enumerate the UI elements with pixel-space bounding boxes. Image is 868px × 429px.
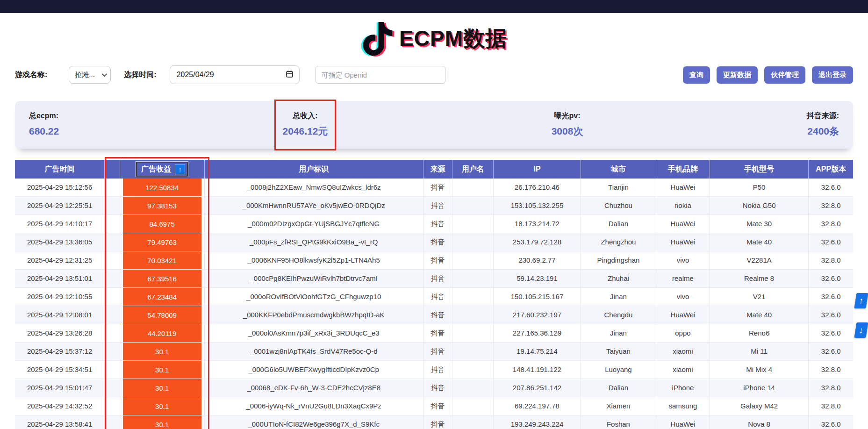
cell-ad-time: 2025-04-29 15:34:51 [15, 361, 105, 379]
header-user-openid: 用户标识 [204, 160, 423, 179]
date-value: 2025/04/29 [177, 71, 214, 79]
ecpm-data-table: 广告时间 广告收益 ↑ 用户标识 来源 用户名 IP 城市 手机品牌 手机型号 … [15, 160, 853, 429]
stat-douyin-source: 抖音来源: 2400条 [807, 111, 839, 137]
cell-app-version: 32.6.0 [809, 306, 853, 324]
table-row: 2025-04-29 15:01:4730.1_00068_eDK-Fv-6h_… [15, 379, 853, 397]
partner-manage-button[interactable]: 伙伴管理 [764, 66, 805, 84]
cell-spacer [105, 361, 120, 379]
logout-button[interactable]: 退出登录 [812, 66, 853, 84]
cell-app-version: 32.6.0 [809, 288, 853, 306]
cell-city: Zhuhai [581, 270, 656, 288]
cell-ip: 19.14.75.214 [494, 343, 581, 361]
cell-ad-time: 2025-04-29 12:10:55 [15, 288, 105, 306]
cell-ip: 69.224.197.78 [494, 397, 581, 415]
cell-phone-brand: HuaWei [656, 415, 710, 429]
cell-source: 抖音 [423, 215, 452, 233]
cell-ip: 227.165.36.129 [494, 324, 581, 343]
header-username: 用户名 [452, 160, 494, 179]
stat-exposure-pv: 曝光pv: 3008次 [552, 111, 583, 137]
cell-source: 抖音 [423, 270, 452, 288]
cell-source: 抖音 [423, 233, 452, 251]
cell-phone-model: V21 [710, 288, 809, 306]
cell-ip: 148.41.191.122 [494, 361, 581, 379]
cell-ad-time: 2025-04-29 14:32:52 [15, 397, 105, 415]
cell-user-openid: _0006KNF95HO8lkwsfyK2l5Zp1-LTN4Ah5 [204, 251, 423, 270]
cell-ip: 26.176.210.46 [494, 179, 581, 197]
cell-city: Jinan [581, 288, 656, 306]
table-row: 2025-04-29 15:34:5130.1_000G6lo5UWBEFXwy… [15, 361, 853, 379]
revenue-header-label: 广告收益 [141, 164, 171, 174]
revenue-value: 84.6975 [123, 215, 201, 233]
cell-ad-revenue: 30.1 [120, 379, 204, 397]
cell-source: 抖音 [423, 361, 452, 379]
game-select[interactable]: 抢滩... [69, 66, 111, 84]
cell-username [452, 270, 494, 288]
table-row: 2025-04-29 15:12:56122.50834_0008j2hZ2XE… [15, 179, 853, 197]
date-input[interactable]: 2025/04/29 [170, 65, 300, 84]
query-button[interactable]: 查询 [683, 66, 710, 84]
cell-username [452, 233, 494, 251]
cell-phone-brand: vivo [656, 251, 710, 270]
stat-label: 曝光pv: [552, 111, 583, 121]
cell-username [452, 306, 494, 324]
cell-spacer [105, 270, 120, 288]
openid-input[interactable] [316, 66, 445, 84]
app-logo: ECPM数据 [0, 13, 868, 58]
cell-ad-revenue: 122.50834 [120, 179, 204, 197]
cell-city: Dalian [581, 379, 656, 397]
cell-city: Pingdingshan [581, 251, 656, 270]
revenue-value: 79.49763 [123, 233, 201, 251]
cell-ad-revenue: 79.49763 [120, 233, 204, 251]
table-row: 2025-04-29 12:08:0154.78009_000KKFP0ebdP… [15, 306, 853, 324]
cell-spacer [105, 379, 120, 397]
cell-ad-revenue: 67.39516 [120, 270, 204, 288]
cell-ip: 207.86.251.142 [494, 379, 581, 397]
chevron-down-icon [102, 72, 107, 77]
cell-ad-revenue: 84.6975 [120, 215, 204, 233]
table-row: 2025-04-29 14:10:1784.6975_000m02DIzgxOp… [15, 215, 853, 233]
cell-phone-model: Mi Mix 4 [710, 361, 809, 379]
cell-spacer [105, 343, 120, 361]
cell-spacer [105, 397, 120, 415]
header-app-version: APP版本 [809, 160, 853, 179]
game-select-value: 抢滩... [75, 71, 95, 79]
cell-city: Chengdu [581, 306, 656, 324]
cell-phone-brand: xiaomi [656, 361, 710, 379]
scroll-top-button[interactable]: ↑ [854, 293, 868, 308]
revenue-value: 30.1 [123, 397, 201, 415]
refresh-data-button[interactable]: 更新数据 [717, 66, 758, 84]
cell-ad-time: 2025-04-29 15:01:47 [15, 379, 105, 397]
cell-phone-brand: HuaWei [656, 179, 710, 197]
revenue-sort-control[interactable]: 广告收益 ↑ [136, 162, 188, 177]
sort-ascending-icon[interactable]: ↑ [175, 164, 185, 174]
cell-username [452, 288, 494, 306]
action-buttons: 查询 更新数据 伙伴管理 退出登录 [683, 66, 853, 84]
cell-spacer [105, 233, 120, 251]
cell-source: 抖音 [423, 324, 452, 343]
scroll-bottom-button[interactable]: ↓ [854, 322, 868, 338]
cell-ad-revenue: 44.20119 [120, 324, 204, 343]
table-row: 2025-04-29 13:26:2844.20119_000ol0AsKmn7… [15, 324, 853, 343]
cell-source: 抖音 [423, 379, 452, 397]
cell-ad-time: 2025-04-29 13:58:41 [15, 415, 105, 429]
cell-phone-brand: HuaWei [656, 233, 710, 251]
cell-phone-brand: vivo [656, 288, 710, 306]
cell-ad-time: 2025-04-29 12:08:01 [15, 306, 105, 324]
revenue-value: 122.50834 [123, 179, 201, 196]
cell-source: 抖音 [423, 343, 452, 361]
page-title: ECPM数据 [399, 24, 507, 53]
cell-app-version: 32.6.0 [809, 343, 853, 361]
filter-toolbar: 游戏名称: 抢滩... 选择时间: 2025/04/29 查询 更新数据 伙伴管… [0, 65, 868, 84]
revenue-value: 30.1 [123, 379, 201, 397]
cell-spacer [105, 251, 120, 270]
stat-label: 总收入: [283, 111, 328, 121]
table-header: 广告时间 广告收益 ↑ 用户标识 来源 用户名 IP 城市 手机品牌 手机型号 … [15, 160, 853, 179]
header-phone-brand: 手机品牌 [656, 160, 710, 179]
select-time-label: 选择时间: [124, 70, 156, 80]
calendar-icon[interactable] [286, 70, 294, 80]
cell-username [452, 397, 494, 415]
cell-spacer [105, 288, 120, 306]
cell-city: Chuzhou [581, 197, 656, 215]
header-phone-model: 手机型号 [710, 160, 809, 179]
cell-phone-model: Mate 40 [710, 306, 809, 324]
